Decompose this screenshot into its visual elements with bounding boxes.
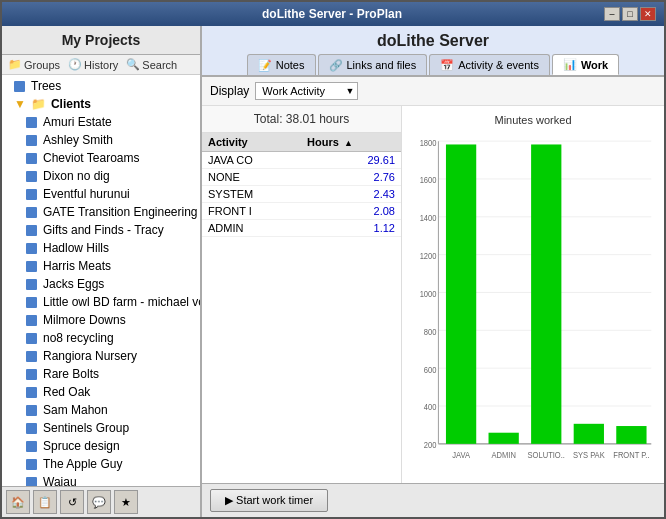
- notes-label: Notes: [276, 59, 305, 71]
- tab-work[interactable]: 📊 Work: [552, 54, 619, 75]
- tree-item[interactable]: Waiau: [2, 473, 200, 486]
- tree-item[interactable]: Gifts and Finds - Tracy: [2, 221, 200, 239]
- table-header-row: Activity Hours ▲: [202, 133, 401, 152]
- left-panel-header: My Projects: [2, 26, 200, 55]
- table-area: Total: 38.01 hours Activity Hours ▲ JAVA…: [202, 106, 402, 483]
- tree-item[interactable]: The Apple Guy: [2, 455, 200, 473]
- table-row[interactable]: ADMIN1.12: [202, 220, 401, 237]
- maximize-button[interactable]: □: [622, 7, 638, 21]
- work-label: Work: [581, 59, 608, 71]
- tree-item[interactable]: Ashley Smith: [2, 131, 200, 149]
- display-select[interactable]: Work Activity Time Summary All Activitie…: [255, 82, 358, 100]
- search-label: Search: [142, 59, 177, 71]
- activity-label: Activity & events: [458, 59, 539, 71]
- display-bar: Display Work Activity Time Summary All A…: [202, 77, 664, 106]
- chart-title: Minutes worked: [410, 114, 656, 126]
- tab-bar: 📝 Notes 🔗 Links and files 📅 Activity & e…: [243, 54, 623, 75]
- activity-cell: FRONT I: [202, 203, 301, 220]
- tree-item[interactable]: Red Oak: [2, 383, 200, 401]
- table-row[interactable]: FRONT I2.08: [202, 203, 401, 220]
- main-window: doLithe Server - ProPlan – □ ✕ My Projec…: [0, 0, 666, 519]
- activity-cell: ADMIN: [202, 220, 301, 237]
- my-projects-title: My Projects: [2, 32, 200, 48]
- tree-item[interactable]: Amuri Estate: [2, 113, 200, 131]
- tree-item[interactable]: Jacks Eggs: [2, 275, 200, 293]
- start-work-timer-button[interactable]: ▶ Start work timer: [210, 489, 328, 512]
- tree-item[interactable]: Milmore Downs: [2, 311, 200, 329]
- bar-chart: 1800 1600 1400 1200 1000 800 600 400 200: [410, 130, 656, 475]
- svg-text:1000: 1000: [420, 289, 437, 299]
- tree-item[interactable]: Trees: [2, 77, 200, 95]
- groups-button[interactable]: 📁 Groups: [8, 58, 60, 71]
- chart-area: Minutes worked: [402, 106, 664, 483]
- main-content: My Projects 📁 Groups 🕐 History 🔍 Search …: [2, 26, 664, 517]
- title-bar: doLithe Server - ProPlan – □ ✕: [2, 2, 664, 26]
- activity-cell: JAVA CO: [202, 152, 301, 169]
- server-title: doLithe Server: [377, 32, 489, 50]
- display-select-wrapper: Work Activity Time Summary All Activitie…: [255, 82, 358, 100]
- history-button[interactable]: 🕐 History: [68, 58, 118, 71]
- tree-item[interactable]: Dixon no dig: [2, 167, 200, 185]
- hours-cell: 1.12: [301, 220, 401, 237]
- chart-container: 1800 1600 1400 1200 1000 800 600 400 200: [410, 130, 656, 475]
- bar-front: [616, 426, 646, 444]
- comment-button[interactable]: 💬: [87, 490, 111, 514]
- minimize-button[interactable]: –: [604, 7, 620, 21]
- hours-column-header[interactable]: Hours ▲: [301, 133, 401, 152]
- window-controls: – □ ✕: [604, 7, 656, 21]
- close-button[interactable]: ✕: [640, 7, 656, 21]
- tree-item[interactable]: Rare Bolts: [2, 365, 200, 383]
- tab-links-files[interactable]: 🔗 Links and files: [318, 54, 428, 75]
- svg-text:1600: 1600: [420, 176, 437, 186]
- home-button[interactable]: 🏠: [6, 490, 30, 514]
- tree-item[interactable]: Little owl BD farm - michael vo: [2, 293, 200, 311]
- tree-item[interactable]: Sam Mahon: [2, 401, 200, 419]
- links-label: Links and files: [347, 59, 417, 71]
- table-row[interactable]: JAVA CO29.61: [202, 152, 401, 169]
- activity-column-header[interactable]: Activity: [202, 133, 301, 152]
- right-panel: doLithe Server 📝 Notes 🔗 Links and files…: [202, 26, 664, 517]
- tree-item[interactable]: Rangiora Nursery: [2, 347, 200, 365]
- tree-item[interactable]: GATE Transition Engineering: [2, 203, 200, 221]
- hours-cell: 29.61: [301, 152, 401, 169]
- table-row[interactable]: SYSTEM2.43: [202, 186, 401, 203]
- right-header: doLithe Server 📝 Notes 🔗 Links and files…: [202, 26, 664, 77]
- svg-text:1400: 1400: [420, 214, 437, 224]
- search-button[interactable]: 🔍 Search: [126, 58, 177, 71]
- groups-label: Groups: [24, 59, 60, 71]
- work-icon: 📊: [563, 58, 577, 71]
- right-body: Display Work Activity Time Summary All A…: [202, 77, 664, 483]
- tree-item[interactable]: no8 recycling: [2, 329, 200, 347]
- tree-item[interactable]: Eventful hurunui: [2, 185, 200, 203]
- tab-activity-events[interactable]: 📅 Activity & events: [429, 54, 550, 75]
- notes-icon: 📝: [258, 59, 272, 72]
- project-tree: Trees▼📁ClientsAmuri EstateAshley SmithCh…: [2, 75, 200, 486]
- refresh-button[interactable]: ↺: [60, 490, 84, 514]
- hours-cell: 2.76: [301, 169, 401, 186]
- list-button[interactable]: 📋: [33, 490, 57, 514]
- svg-text:1800: 1800: [420, 138, 437, 148]
- tree-item[interactable]: Harris Meats: [2, 257, 200, 275]
- svg-text:200: 200: [424, 441, 437, 451]
- tree-item[interactable]: Hadlow Hills: [2, 239, 200, 257]
- groups-icon: 📁: [8, 58, 22, 71]
- svg-text:SOLUTIO..: SOLUTIO..: [528, 451, 565, 461]
- tree-item[interactable]: ▼📁Clients: [2, 95, 200, 113]
- svg-text:600: 600: [424, 365, 437, 375]
- tab-notes[interactable]: 📝 Notes: [247, 54, 316, 75]
- content-area: Total: 38.01 hours Activity Hours ▲ JAVA…: [202, 106, 664, 483]
- total-hours: Total: 38.01 hours: [202, 106, 401, 133]
- table-row[interactable]: NONE2.76: [202, 169, 401, 186]
- tree-item[interactable]: Spruce design: [2, 437, 200, 455]
- tree-item[interactable]: Cheviot Tearoams: [2, 149, 200, 167]
- display-label: Display: [210, 84, 249, 98]
- left-panel: My Projects 📁 Groups 🕐 History 🔍 Search …: [2, 26, 202, 517]
- activity-table: Activity Hours ▲ JAVA CO29.61NONE2.76SYS…: [202, 133, 401, 483]
- tree-item[interactable]: Sentinels Group: [2, 419, 200, 437]
- search-icon: 🔍: [126, 58, 140, 71]
- svg-text:SYS PAK: SYS PAK: [573, 451, 605, 461]
- bar-java: [446, 144, 476, 443]
- bar-solution: [531, 144, 561, 443]
- svg-text:400: 400: [424, 403, 437, 413]
- star-button[interactable]: ★: [114, 490, 138, 514]
